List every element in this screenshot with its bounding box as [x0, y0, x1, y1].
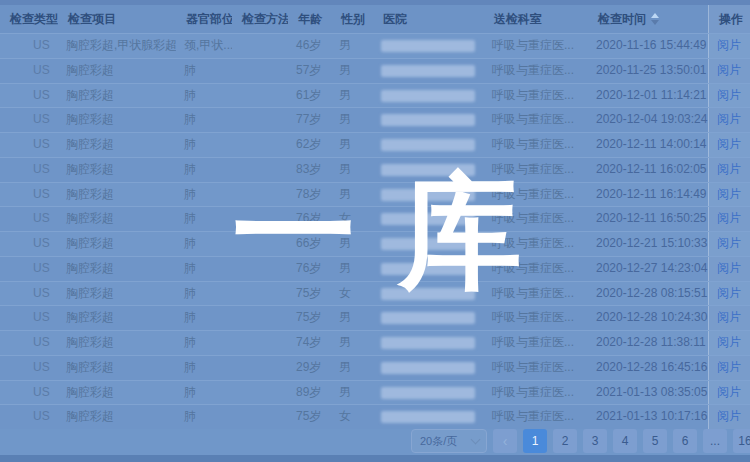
cell-dept: 呼吸与重症医...: [484, 356, 588, 380]
page-button-5[interactable]: 5: [643, 429, 667, 453]
view-image-link[interactable]: 阅片: [717, 112, 741, 126]
cell-action: 阅片: [708, 34, 750, 58]
view-image-link[interactable]: 阅片: [717, 286, 741, 300]
cell-type: US: [0, 59, 58, 83]
cell-time: 2020-12-11 14:00:14: [588, 133, 708, 157]
cell-time: 2020-12-28 11:38:11: [588, 331, 708, 355]
cell-type: US: [0, 183, 58, 207]
page-button-2[interactable]: 2: [553, 429, 577, 453]
view-image-link[interactable]: 阅片: [717, 38, 741, 52]
cell-time: 2021-01-13 10:17:16: [588, 405, 708, 429]
cell-time: 2020-12-04 19:03:24: [588, 108, 708, 132]
view-image-link[interactable]: 阅片: [717, 310, 741, 324]
page-size-select[interactable]: 20条/页: [411, 429, 487, 453]
cell-method: [232, 34, 288, 58]
column-header-label: 性别: [341, 11, 365, 28]
column-header-project: 检查项目: [58, 5, 176, 33]
column-header-time[interactable]: 检查时间: [588, 5, 708, 33]
cell-gender: 男: [331, 84, 373, 108]
cell-gender: 男: [331, 133, 373, 157]
hospital-redacted-blur: [381, 387, 475, 399]
sort-carets[interactable]: [651, 13, 659, 25]
more-pages-button[interactable]: ...: [703, 429, 727, 453]
view-image-link[interactable]: 阅片: [717, 137, 741, 151]
cell-time: 2020-12-11 16:50:25: [588, 207, 708, 231]
bottom-strip: [0, 455, 750, 462]
cell-organ: 肺: [176, 207, 232, 231]
column-header-label: 检查项目: [68, 11, 116, 28]
cell-type: US: [0, 405, 58, 429]
hospital-redacted-blur: [381, 362, 475, 374]
cell-action: 阅片: [708, 331, 750, 355]
cell-action: 阅片: [708, 381, 750, 405]
page-button-4[interactable]: 4: [613, 429, 637, 453]
exam-worklist-screen: 检查类型检查项目器官部位检查方法年龄性别医院送检科室检查时间操作 US胸腔彩超,…: [0, 0, 750, 462]
cell-method: [232, 331, 288, 355]
cell-age: 77岁: [288, 108, 331, 132]
table-header-row: 检查类型检查项目器官部位检查方法年龄性别医院送检科室检查时间操作: [0, 5, 750, 33]
cell-type: US: [0, 356, 58, 380]
cell-time: 2020-12-11 16:02:05: [588, 158, 708, 182]
watermark-text: 一库: [232, 170, 564, 294]
column-header-label: 送检科室: [494, 11, 542, 28]
cell-method: [232, 59, 288, 83]
cell-type: US: [0, 158, 58, 182]
view-image-link[interactable]: 阅片: [717, 261, 741, 275]
view-image-link[interactable]: 阅片: [717, 335, 741, 349]
cell-organ: 肺: [176, 381, 232, 405]
cell-dept: 呼吸与重症医...: [484, 133, 588, 157]
cell-method: [232, 306, 288, 330]
hospital-redacted-blur: [381, 337, 475, 349]
page-button-6[interactable]: 6: [673, 429, 697, 453]
view-image-link[interactable]: 阅片: [717, 162, 741, 176]
view-image-link[interactable]: 阅片: [717, 360, 741, 374]
cell-action: 阅片: [708, 59, 750, 83]
cell-type: US: [0, 34, 58, 58]
cell-type: US: [0, 108, 58, 132]
cell-age: 46岁: [288, 34, 331, 58]
cell-method: [232, 405, 288, 429]
prev-page-button[interactable]: ‹: [493, 429, 517, 453]
view-image-link[interactable]: 阅片: [717, 88, 741, 102]
cell-project: 胸腔彩超,甲状腺彩超: [58, 34, 176, 58]
cell-project: 胸腔彩超: [58, 59, 176, 83]
cell-organ: 肺: [176, 133, 232, 157]
page-button-1[interactable]: 1: [523, 429, 547, 453]
cell-hospital: [373, 59, 484, 83]
cell-action: 阅片: [708, 356, 750, 380]
view-image-link[interactable]: 阅片: [717, 63, 741, 77]
view-image-link[interactable]: 阅片: [717, 236, 741, 250]
cell-hospital: [373, 381, 484, 405]
cell-project: 胸腔彩超: [58, 257, 176, 281]
pagination: 20条/页 ‹ 123456...16: [411, 429, 750, 453]
table-row: US胸腔彩超肺75岁女呼吸与重症医...2021-01-13 10:17:16阅…: [0, 404, 750, 429]
hospital-redacted-blur: [381, 312, 475, 324]
cell-hospital: [373, 133, 484, 157]
cell-method: [232, 108, 288, 132]
hospital-redacted-blur: [381, 90, 475, 102]
cell-project: 胸腔彩超: [58, 306, 176, 330]
cell-project: 胸腔彩超: [58, 405, 176, 429]
column-header-dept: 送检科室: [484, 5, 588, 33]
page-button-3[interactable]: 3: [583, 429, 607, 453]
view-image-link[interactable]: 阅片: [717, 385, 741, 399]
chevron-down-icon: [471, 435, 481, 445]
cell-method: [232, 84, 288, 108]
view-image-link[interactable]: 阅片: [717, 409, 741, 423]
cell-time: 2020-11-25 13:50:01: [588, 59, 708, 83]
view-image-link[interactable]: 阅片: [717, 211, 741, 225]
view-image-link[interactable]: 阅片: [717, 187, 741, 201]
cell-project: 胸腔彩超: [58, 158, 176, 182]
cell-dept: 呼吸与重症医...: [484, 306, 588, 330]
cell-dept: 呼吸与重症医...: [484, 59, 588, 83]
cell-gender: 男: [331, 356, 373, 380]
cell-gender: 男: [331, 381, 373, 405]
cell-gender: 女: [331, 405, 373, 429]
cell-method: [232, 133, 288, 157]
cell-method: [232, 356, 288, 380]
cell-organ: 肺: [176, 158, 232, 182]
cell-action: 阅片: [708, 158, 750, 182]
page-button-16[interactable]: 16: [733, 429, 750, 453]
cell-project: 胸腔彩超: [58, 331, 176, 355]
cell-gender: 男: [331, 59, 373, 83]
